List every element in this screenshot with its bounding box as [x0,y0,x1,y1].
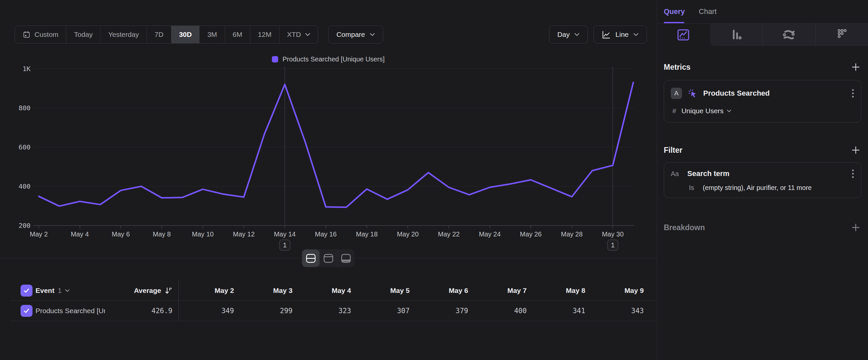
row-checkbox[interactable] [21,305,32,317]
svg-text:May 4: May 4 [71,230,89,238]
date-column-header[interactable]: May 8 [530,286,589,295]
line-chart[interactable]: 2004006008001KMay 2May 4May 6May 8May 10… [0,0,657,262]
svg-text:1: 1 [611,242,615,249]
svg-text:May 30: May 30 [602,230,624,238]
date-column-header[interactable]: May 2 [179,286,238,295]
svg-text:May 10: May 10 [192,230,214,238]
sidebar-tabs: Query Chart [657,0,868,24]
series-name-cell[interactable]: Products Searched [Un... [35,307,105,315]
add-breakdown-button[interactable] [850,222,861,233]
tab-chart[interactable]: Chart [699,7,717,16]
aggregation-selector[interactable]: Unique Users [681,107,732,115]
svg-text:May 14: May 14 [274,230,296,238]
svg-text:May 16: May 16 [315,230,337,238]
filter-property-name: Search term [687,169,846,178]
svg-text:May 18: May 18 [356,230,378,238]
check-icon [23,307,30,314]
event-label: Event [35,286,54,295]
value-cell: 349 [179,307,238,315]
chevron-down-icon [65,289,70,292]
main-panel: CustomTodayYesterday7D30D3M6M12MXTD Comp… [0,0,657,360]
metric-menu-button[interactable] [851,88,855,98]
select-all-checkbox[interactable] [21,285,32,297]
svg-text:1K: 1K [23,65,31,73]
check-icon [23,287,30,294]
svg-text:400: 400 [19,182,31,190]
table-header-row: Event 1 Average May 2May 3May 4May 5May … [10,281,656,301]
table-row: Products Searched [Un... 426.9 349299323… [10,301,656,321]
date-column-header[interactable]: May 4 [296,286,354,295]
svg-text:1: 1 [283,242,286,249]
aggregation-symbol: # [672,107,676,115]
plus-icon [851,145,861,155]
date-column-header[interactable]: May 3 [238,286,296,295]
value-cell: 343 [589,307,647,315]
event-count: 1 [58,286,62,295]
value-cell: 341 [530,307,589,315]
view-toggle-table-only[interactable] [337,249,355,267]
add-filter-button[interactable] [850,144,861,156]
svg-text:May 22: May 22 [438,230,460,238]
query-sidebar: Query Chart [657,0,868,360]
view-toggle-split-view[interactable] [302,249,320,267]
sidebar-content: Metrics A Products Searched [657,61,868,233]
tab-query[interactable]: Query [664,7,685,16]
date-value-cells: 349299323307379400341343 [179,307,647,315]
metrics-title: Metrics [664,63,691,72]
svg-text:May 8: May 8 [153,230,171,238]
event-column-header[interactable]: Event 1 [35,286,105,295]
average-label: Average [134,286,161,295]
svg-text:May 12: May 12 [233,230,255,238]
cursor-click-icon [687,88,698,99]
kebab-menu-icon [852,88,854,98]
kebab-menu-icon [852,169,854,179]
svg-text:May 6: May 6 [112,230,130,238]
results-table: Event 1 Average May 2May 3May 4May 5May … [10,281,656,321]
svg-text:600: 600 [19,143,31,151]
svg-text:800: 800 [19,104,31,112]
date-column-header[interactable]: May 7 [471,286,530,295]
metrics-header: Metrics [664,61,861,73]
average-column-header[interactable]: Average [105,286,175,295]
breakdown-header: Breakdown [664,222,861,233]
filter-card[interactable]: Aa Search term Is (empty string), Air pu… [664,162,861,198]
svg-text:May 28: May 28 [561,230,583,238]
chart-only-icon [323,253,334,264]
tab-bar-chart[interactable] [710,24,763,46]
tab-insights-chart[interactable] [657,24,710,46]
filter-menu-button[interactable] [851,169,855,179]
value-cell: 400 [471,307,530,315]
value-cell: 379 [413,307,471,315]
aggregation-label: Unique Users [681,107,723,115]
tab-metrics-grid[interactable] [815,24,868,46]
metric-name: Products Searched [703,89,846,98]
chart-type-tabs [657,24,868,46]
table-only-icon [341,253,352,264]
breakdown-title: Breakdown [664,223,705,232]
flow-chart-icon [781,27,796,43]
sort-descending-icon [164,286,173,295]
filter-header: Filter [664,144,861,156]
average-value-cell: 426.9 [105,307,175,315]
date-column-header[interactable]: May 6 [413,286,471,295]
bar-chart-icon [728,27,744,43]
value-cell: 323 [296,307,354,315]
plus-icon [851,222,861,232]
string-property-icon: Aa [671,170,682,178]
value-cell: 307 [354,307,413,315]
svg-text:May 26: May 26 [520,230,542,238]
metric-letter-badge: A [671,88,682,99]
view-toggle-chart-only[interactable] [320,249,337,267]
svg-text:May 24: May 24 [479,230,501,238]
add-metric-button[interactable] [850,61,861,73]
filter-operator[interactable]: Is [689,184,694,192]
active-tab-indicator [664,22,684,23]
tab-flow-chart[interactable] [762,24,815,46]
date-column-header[interactable]: May 5 [354,286,413,295]
metric-card[interactable]: A Products Searched # Unique Users [664,80,861,122]
value-cell: 299 [238,307,296,315]
date-column-header[interactable]: May 9 [589,286,647,295]
svg-text:200: 200 [19,222,31,229]
filter-value[interactable]: (empty string), Air purifier, or 11 more [703,184,812,192]
chevron-down-icon [727,109,732,113]
